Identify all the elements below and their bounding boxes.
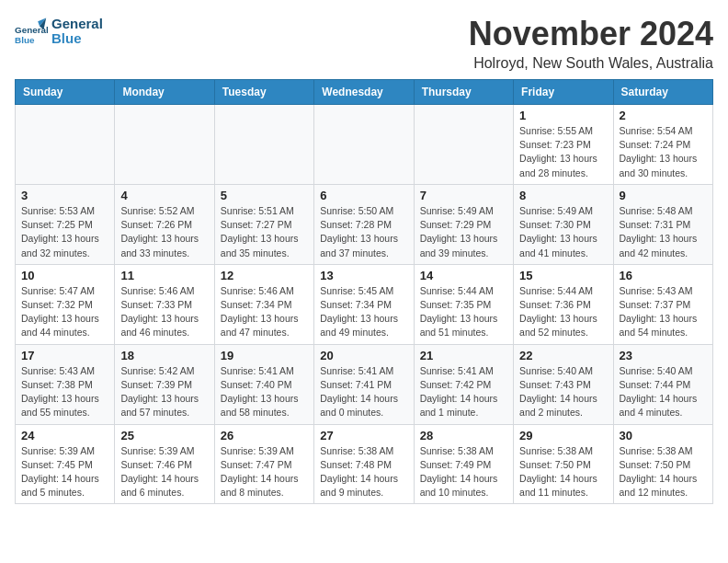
- calendar-table: SundayMondayTuesdayWednesdayThursdayFrid…: [15, 79, 713, 504]
- calendar-cell: 17Sunrise: 5:43 AM Sunset: 7:38 PM Dayli…: [16, 344, 115, 424]
- calendar-cell: [414, 105, 513, 185]
- calendar-cell: 10Sunrise: 5:47 AM Sunset: 7:32 PM Dayli…: [16, 264, 115, 344]
- day-number: 5: [221, 189, 308, 202]
- weekday-header-friday: Friday: [514, 80, 613, 105]
- day-info: Sunrise: 5:41 AM Sunset: 7:41 PM Dayligh…: [320, 364, 407, 420]
- day-number: 4: [120, 189, 208, 202]
- day-info: Sunrise: 5:45 AM Sunset: 7:34 PM Dayligh…: [320, 284, 407, 340]
- calendar-cell: 22Sunrise: 5:40 AM Sunset: 7:43 PM Dayli…: [514, 344, 613, 424]
- logo-icon: General Blue: [15, 15, 48, 48]
- weekday-header-tuesday: Tuesday: [214, 80, 313, 105]
- logo-text-blue: Blue: [51, 31, 103, 47]
- calendar-cell: 24Sunrise: 5:39 AM Sunset: 7:45 PM Dayli…: [16, 424, 115, 504]
- calendar-cell: 26Sunrise: 5:39 AM Sunset: 7:47 PM Dayli…: [214, 424, 313, 504]
- day-number: 10: [21, 269, 108, 282]
- day-info: Sunrise: 5:41 AM Sunset: 7:42 PM Dayligh…: [420, 364, 507, 420]
- calendar-cell: 14Sunrise: 5:44 AM Sunset: 7:35 PM Dayli…: [414, 264, 513, 344]
- day-info: Sunrise: 5:44 AM Sunset: 7:35 PM Dayligh…: [420, 284, 507, 340]
- day-number: 17: [21, 349, 108, 362]
- day-info: Sunrise: 5:47 AM Sunset: 7:32 PM Dayligh…: [21, 284, 108, 340]
- calendar-cell: 2Sunrise: 5:54 AM Sunset: 7:24 PM Daylig…: [613, 105, 712, 185]
- calendar-cell: 18Sunrise: 5:42 AM Sunset: 7:39 PM Dayli…: [115, 344, 214, 424]
- calendar-cell: 5Sunrise: 5:51 AM Sunset: 7:27 PM Daylig…: [214, 184, 313, 264]
- day-number: 22: [519, 349, 607, 362]
- calendar-cell: [214, 105, 313, 185]
- day-info: Sunrise: 5:39 AM Sunset: 7:46 PM Dayligh…: [120, 444, 208, 500]
- day-number: 12: [221, 269, 308, 282]
- day-info: Sunrise: 5:40 AM Sunset: 7:43 PM Dayligh…: [519, 364, 607, 420]
- day-info: Sunrise: 5:41 AM Sunset: 7:40 PM Dayligh…: [221, 364, 308, 420]
- calendar-cell: 15Sunrise: 5:44 AM Sunset: 7:36 PM Dayli…: [514, 264, 613, 344]
- day-info: Sunrise: 5:42 AM Sunset: 7:39 PM Dayligh…: [120, 364, 208, 420]
- day-info: Sunrise: 5:48 AM Sunset: 7:31 PM Dayligh…: [620, 204, 707, 260]
- weekday-header-monday: Monday: [115, 80, 214, 105]
- page-header: General Blue General Blue November 2024 …: [15, 15, 713, 72]
- weekday-header-wednesday: Wednesday: [314, 80, 414, 105]
- day-number: 30: [620, 429, 707, 442]
- day-number: 20: [320, 349, 407, 362]
- day-info: Sunrise: 5:43 AM Sunset: 7:37 PM Dayligh…: [620, 284, 707, 340]
- location-text: Holroyd, New South Wales, Australia: [469, 55, 713, 72]
- day-info: Sunrise: 5:39 AM Sunset: 7:47 PM Dayligh…: [221, 444, 308, 500]
- day-number: 14: [420, 269, 507, 282]
- calendar-cell: 6Sunrise: 5:50 AM Sunset: 7:28 PM Daylig…: [314, 184, 414, 264]
- day-number: 26: [221, 429, 308, 442]
- day-number: 2: [620, 109, 707, 122]
- day-number: 15: [519, 269, 607, 282]
- day-info: Sunrise: 5:54 AM Sunset: 7:24 PM Dayligh…: [620, 124, 707, 180]
- day-number: 23: [620, 349, 707, 362]
- day-info: Sunrise: 5:50 AM Sunset: 7:28 PM Dayligh…: [320, 204, 407, 260]
- day-info: Sunrise: 5:53 AM Sunset: 7:25 PM Dayligh…: [21, 204, 108, 260]
- calendar-cell: 19Sunrise: 5:41 AM Sunset: 7:40 PM Dayli…: [214, 344, 313, 424]
- calendar-cell: [16, 105, 115, 185]
- day-number: 18: [120, 349, 208, 362]
- calendar-cell: 12Sunrise: 5:46 AM Sunset: 7:34 PM Dayli…: [214, 264, 313, 344]
- day-info: Sunrise: 5:46 AM Sunset: 7:34 PM Dayligh…: [221, 284, 308, 340]
- calendar-cell: 9Sunrise: 5:48 AM Sunset: 7:31 PM Daylig…: [613, 184, 712, 264]
- calendar-week-row: 1Sunrise: 5:55 AM Sunset: 7:23 PM Daylig…: [16, 105, 713, 185]
- calendar-cell: 1Sunrise: 5:55 AM Sunset: 7:23 PM Daylig…: [514, 105, 613, 185]
- day-number: 25: [120, 429, 208, 442]
- calendar-cell: [115, 105, 214, 185]
- svg-text:Blue: Blue: [15, 35, 35, 45]
- day-info: Sunrise: 5:51 AM Sunset: 7:27 PM Dayligh…: [221, 204, 308, 260]
- day-number: 9: [620, 189, 707, 202]
- calendar-cell: 16Sunrise: 5:43 AM Sunset: 7:37 PM Dayli…: [613, 264, 712, 344]
- day-number: 1: [519, 109, 607, 122]
- calendar-cell: 27Sunrise: 5:38 AM Sunset: 7:48 PM Dayli…: [314, 424, 414, 504]
- calendar-week-row: 17Sunrise: 5:43 AM Sunset: 7:38 PM Dayli…: [16, 344, 713, 424]
- calendar-cell: 20Sunrise: 5:41 AM Sunset: 7:41 PM Dayli…: [314, 344, 414, 424]
- day-number: 21: [420, 349, 507, 362]
- weekday-header-thursday: Thursday: [414, 80, 513, 105]
- day-number: 13: [320, 269, 407, 282]
- month-title: November 2024: [469, 15, 713, 53]
- day-info: Sunrise: 5:38 AM Sunset: 7:49 PM Dayligh…: [420, 444, 507, 500]
- day-info: Sunrise: 5:40 AM Sunset: 7:44 PM Dayligh…: [620, 364, 707, 420]
- logo-text-general: General: [51, 17, 103, 32]
- day-number: 8: [519, 189, 607, 202]
- day-info: Sunrise: 5:52 AM Sunset: 7:26 PM Dayligh…: [120, 204, 208, 260]
- calendar-week-row: 24Sunrise: 5:39 AM Sunset: 7:45 PM Dayli…: [16, 424, 713, 504]
- calendar-cell: 4Sunrise: 5:52 AM Sunset: 7:26 PM Daylig…: [115, 184, 214, 264]
- weekday-header-sunday: Sunday: [16, 80, 115, 105]
- day-number: 7: [420, 189, 507, 202]
- calendar-cell: 7Sunrise: 5:49 AM Sunset: 7:29 PM Daylig…: [414, 184, 513, 264]
- day-info: Sunrise: 5:49 AM Sunset: 7:30 PM Dayligh…: [519, 204, 607, 260]
- day-number: 3: [21, 189, 108, 202]
- day-number: 16: [620, 269, 707, 282]
- day-info: Sunrise: 5:55 AM Sunset: 7:23 PM Dayligh…: [519, 124, 607, 180]
- logo: General Blue General Blue: [15, 15, 103, 48]
- calendar-cell: 8Sunrise: 5:49 AM Sunset: 7:30 PM Daylig…: [514, 184, 613, 264]
- calendar-cell: 23Sunrise: 5:40 AM Sunset: 7:44 PM Dayli…: [613, 344, 712, 424]
- day-number: 11: [120, 269, 208, 282]
- day-number: 24: [21, 429, 108, 442]
- calendar-cell: 29Sunrise: 5:38 AM Sunset: 7:50 PM Dayli…: [514, 424, 613, 504]
- day-number: 6: [320, 189, 407, 202]
- day-info: Sunrise: 5:38 AM Sunset: 7:48 PM Dayligh…: [320, 444, 407, 500]
- weekday-header-row: SundayMondayTuesdayWednesdayThursdayFrid…: [16, 80, 713, 105]
- day-info: Sunrise: 5:38 AM Sunset: 7:50 PM Dayligh…: [519, 444, 607, 500]
- day-info: Sunrise: 5:43 AM Sunset: 7:38 PM Dayligh…: [21, 364, 108, 420]
- calendar-cell: 13Sunrise: 5:45 AM Sunset: 7:34 PM Dayli…: [314, 264, 414, 344]
- calendar-cell: 11Sunrise: 5:46 AM Sunset: 7:33 PM Dayli…: [115, 264, 214, 344]
- day-number: 27: [320, 429, 407, 442]
